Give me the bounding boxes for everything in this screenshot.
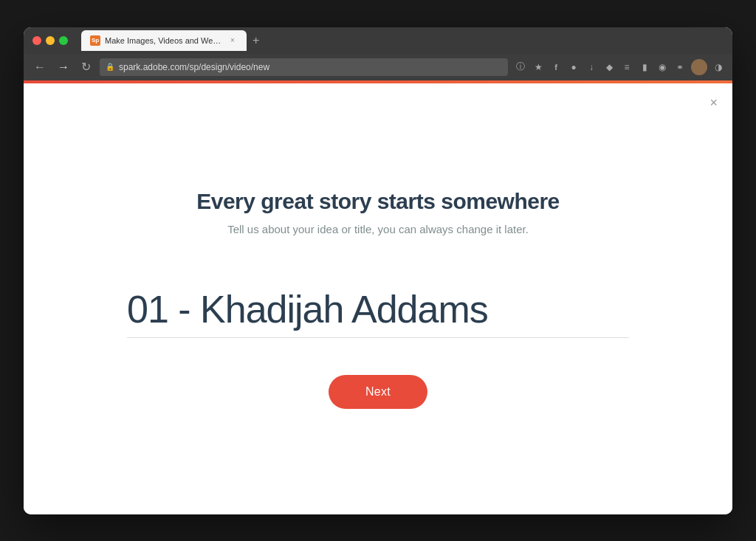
active-tab[interactable]: Sp Make Images, Videos and Web S… × [81, 30, 247, 51]
toolbar-icons: ⓘ ★ f ● ↓ ◆ ≡ ▮ ◉ ⚭ ◑ [514, 59, 725, 75]
maximize-traffic-light[interactable] [59, 36, 68, 45]
close-traffic-light[interactable] [32, 36, 41, 45]
tab-bar: Sp Make Images, Videos and Web S… × + [81, 30, 265, 51]
reload-button[interactable]: ↻ [78, 60, 94, 74]
main-headline: Every great story starts somewhere [196, 189, 560, 214]
extension-icon-5[interactable]: ▮ [638, 61, 651, 74]
extension-icon-7[interactable]: ⚭ [673, 61, 687, 74]
tab-title: Make Images, Videos and Web S… [105, 36, 223, 45]
extension-icon-3[interactable]: ◆ [602, 61, 616, 74]
close-button[interactable]: × [709, 95, 718, 111]
url-text: spark.adobe.com/sp/design/video/new [119, 62, 269, 72]
extension-icon-4[interactable]: ≡ [620, 61, 633, 74]
lock-icon: 🔒 [106, 63, 114, 71]
forward-button[interactable]: → [55, 61, 72, 74]
traffic-lights [32, 36, 68, 45]
extension-icon-2[interactable]: ↓ [585, 61, 598, 74]
next-button[interactable]: Next [329, 375, 427, 409]
extension-icon-6[interactable]: ◉ [656, 61, 669, 74]
extension-icon-1[interactable]: ● [567, 61, 580, 74]
browser-window: Sp Make Images, Videos and Web S… × + ← … [24, 27, 732, 514]
address-bar[interactable]: 🔒 spark.adobe.com/sp/design/video/new [100, 58, 508, 76]
toolbar: ← → ↻ 🔒 spark.adobe.com/sp/design/video/… [24, 54, 732, 80]
menu-icon[interactable]: ◑ [712, 61, 725, 74]
minimize-traffic-light[interactable] [46, 36, 55, 45]
bookmark-icon[interactable]: ★ [532, 61, 545, 74]
main-content: × Every great story starts somewhere Tel… [24, 83, 732, 514]
facebook-icon[interactable]: f [549, 61, 563, 74]
tab-favicon: Sp [90, 35, 100, 46]
tab-close-button[interactable]: × [227, 35, 238, 46]
new-tab-button[interactable]: + [247, 34, 265, 47]
user-avatar[interactable] [691, 59, 707, 75]
title-input-container [127, 287, 629, 338]
info-icon[interactable]: ⓘ [514, 61, 527, 74]
title-input[interactable] [127, 287, 629, 338]
back-button[interactable]: ← [31, 61, 49, 74]
title-bar: Sp Make Images, Videos and Web S… × + [24, 27, 732, 54]
sub-headline: Tell us about your idea or title, you ca… [227, 223, 529, 235]
